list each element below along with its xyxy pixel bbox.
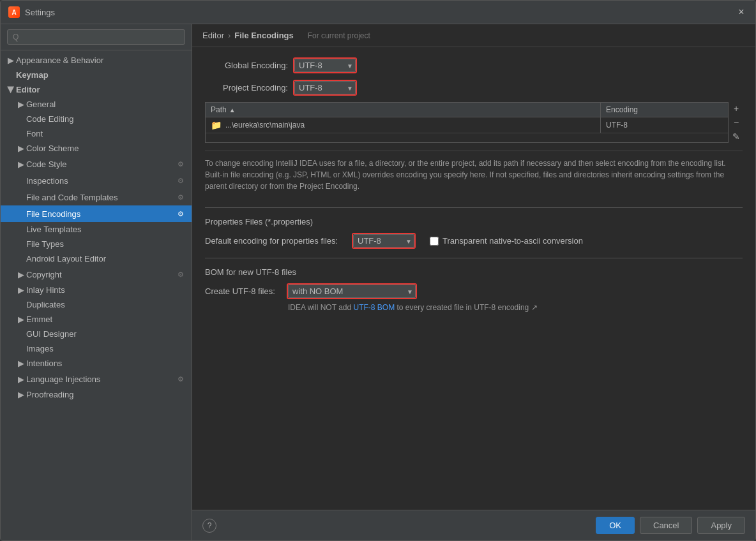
settings-icon: ⚙ xyxy=(175,373,186,385)
close-button[interactable]: × xyxy=(735,6,748,19)
sidebar: ▶ Appearance & Behavior Keymap ▶ Editor … xyxy=(1,24,192,540)
sidebar-item-file-types[interactable]: File Types xyxy=(1,237,192,251)
sidebar-tree: ▶ Appearance & Behavior Keymap ▶ Editor … xyxy=(1,50,192,540)
sidebar-item-editor[interactable]: ▶ Editor xyxy=(1,82,192,97)
main-content: Editor › File Encodings For current proj… xyxy=(192,24,755,540)
sidebar-item-copyright[interactable]: ▶ Copyright ⚙ xyxy=(1,266,192,283)
folder-icon: 📁 xyxy=(211,120,222,130)
encoding-value: UTF-8 xyxy=(606,121,628,130)
spacer xyxy=(16,193,26,202)
settings-dialog: A Settings × ▶ Appearance & Behavior Key… xyxy=(0,0,756,541)
spacer xyxy=(6,70,16,80)
bom-note: IDEA will NOT add UTF-8 BOM to every cre… xyxy=(205,303,743,312)
properties-row: Default encoding for properties files: U… xyxy=(205,233,743,249)
global-encoding-row: Global Encoding: UTF-8 UTF-16 ISO-8859-1… xyxy=(205,57,743,73)
path-table-wrapper: Path ▲ Encoding 📁 ...\eureka\src\mai xyxy=(205,102,729,143)
remove-path-button[interactable]: − xyxy=(730,116,743,129)
arrow-icon: ▶ xyxy=(6,56,16,65)
ok-button[interactable]: OK xyxy=(596,517,635,534)
properties-encoding-select-wrapper: UTF-8 UTF-16 ISO-8859-1 ▼ xyxy=(352,233,416,249)
table-row[interactable]: 📁 ...\eureka\src\main\java UTF-8 xyxy=(206,117,728,133)
spacer xyxy=(16,254,26,263)
bom-row: Create UTF-8 files: with NO BOM with BOM… xyxy=(205,283,743,299)
sidebar-item-label: Code Editing xyxy=(26,114,186,124)
cancel-button[interactable]: Cancel xyxy=(640,517,692,534)
arrow-icon: ▶ xyxy=(16,359,26,368)
add-path-button[interactable]: + xyxy=(730,102,743,115)
arrow-icon: ▶ xyxy=(16,390,26,399)
sidebar-item-file-code-templates[interactable]: File and Code Templates ⚙ xyxy=(1,189,192,205)
sidebar-item-file-encodings[interactable]: File Encodings ⚙ xyxy=(1,205,192,222)
sidebar-item-duplicates[interactable]: Duplicates xyxy=(1,297,192,312)
apply-button[interactable]: Apply xyxy=(697,517,745,534)
sidebar-item-color-scheme[interactable]: ▶ Color Scheme xyxy=(1,141,192,156)
sidebar-item-inlay-hints[interactable]: ▶ Inlay Hints xyxy=(1,283,192,297)
sidebar-item-label: Inlay Hints xyxy=(26,285,186,295)
sidebar-item-language-injections[interactable]: ▶ Language Injections ⚙ xyxy=(1,371,192,387)
settings-icon: ⚙ xyxy=(175,158,186,170)
table-actions: + − ✎ xyxy=(730,102,743,143)
global-encoding-select[interactable]: UTF-8 UTF-16 ISO-8859-1 xyxy=(294,59,356,72)
sidebar-item-label: Images xyxy=(26,344,186,353)
encoding-header-label: Encoding xyxy=(606,105,638,114)
window-title: Settings xyxy=(25,8,55,17)
default-encoding-label: Default encoding for properties files: xyxy=(205,236,345,246)
breadcrumb-separator: › xyxy=(228,31,231,40)
settings-icon: ⚙ xyxy=(175,175,186,186)
sidebar-item-code-style[interactable]: ▶ Code Style ⚙ xyxy=(1,156,192,172)
sidebar-item-emmet[interactable]: ▶ Emmet xyxy=(1,312,192,327)
properties-encoding-select[interactable]: UTF-8 UTF-16 ISO-8859-1 xyxy=(353,234,414,248)
title-bar-left: A Settings xyxy=(8,6,55,18)
sidebar-item-label: Language Injections xyxy=(26,374,175,384)
project-encoding-select-wrapper: UTF-8 UTF-16 ISO-8859-1 ▼ xyxy=(293,80,357,96)
transparent-checkbox[interactable] xyxy=(430,237,439,246)
spacer xyxy=(16,129,26,138)
sidebar-item-intentions[interactable]: ▶ Intentions xyxy=(1,356,192,371)
spacer xyxy=(16,209,26,219)
sidebar-item-label: Proofreading xyxy=(26,390,186,399)
sidebar-item-inspections[interactable]: Inspections ⚙ xyxy=(1,172,192,189)
arrow-icon: ▶ xyxy=(16,159,26,169)
sidebar-item-appearance[interactable]: ▶ Appearance & Behavior xyxy=(1,53,192,68)
search-input[interactable] xyxy=(7,29,185,45)
sidebar-item-code-editing[interactable]: Code Editing xyxy=(1,112,192,126)
global-encoding-select-wrapper: UTF-8 UTF-16 ISO-8859-1 ▼ xyxy=(293,57,357,73)
help-button[interactable]: ? xyxy=(202,519,216,533)
path-column-header: Path ▲ xyxy=(206,103,600,117)
transparent-checkbox-wrapper: Transparent native-to-ascii conversion xyxy=(430,236,583,246)
sidebar-item-keymap[interactable]: Keymap xyxy=(1,68,192,82)
breadcrumb-link[interactable]: For current project xyxy=(308,31,370,40)
settings-icon: ⚙ xyxy=(175,191,186,203)
sidebar-item-live-templates[interactable]: Live Templates xyxy=(1,222,192,237)
arrow-icon: ▶ xyxy=(16,144,26,153)
edit-path-button[interactable]: ✎ xyxy=(730,130,743,143)
sidebar-item-android-layout-editor[interactable]: Android Layout Editor xyxy=(1,251,192,266)
bottom-left: ? xyxy=(202,519,216,533)
arrow-icon: ▶ xyxy=(16,285,26,295)
bom-select[interactable]: with NO BOM with BOM with BOM if exists xyxy=(288,285,416,298)
sidebar-item-label: Inspections xyxy=(26,176,175,186)
sort-icon: ▲ xyxy=(229,107,236,114)
properties-section-title: Properties Files (*.properties) xyxy=(205,217,743,226)
sidebar-item-gui-designer[interactable]: GUI Designer xyxy=(1,327,192,341)
sidebar-item-label: Emmet xyxy=(26,315,186,324)
settings-icon: ⚙ xyxy=(175,208,186,219)
spacer xyxy=(16,300,26,309)
sidebar-item-label: GUI Designer xyxy=(26,329,186,339)
bom-note-link[interactable]: UTF-8 BOM xyxy=(354,303,395,312)
dialog-body: ▶ Appearance & Behavior Keymap ▶ Editor … xyxy=(1,24,755,540)
sidebar-item-label: Color Scheme xyxy=(26,144,186,153)
project-encoding-select[interactable]: UTF-8 UTF-16 ISO-8859-1 xyxy=(294,81,356,94)
bom-note-suffix: to every created file in UTF-8 encoding … xyxy=(397,303,538,312)
sidebar-item-images[interactable]: Images xyxy=(1,341,192,356)
spacer xyxy=(16,329,26,339)
app-icon: A xyxy=(8,6,20,18)
bom-select-wrapper: with NO BOM with BOM with BOM if exists … xyxy=(287,283,417,299)
breadcrumb-parent: Editor xyxy=(202,31,224,40)
bottom-bar: ? OK Cancel Apply xyxy=(192,510,755,540)
info-text: To change encoding IntelliJ IDEA uses fo… xyxy=(205,151,743,198)
sidebar-item-general[interactable]: ▶ General xyxy=(1,97,192,112)
encoding-column-header: Encoding xyxy=(600,103,728,117)
sidebar-item-font[interactable]: Font xyxy=(1,126,192,141)
sidebar-item-proofreading[interactable]: ▶ Proofreading xyxy=(1,387,192,402)
